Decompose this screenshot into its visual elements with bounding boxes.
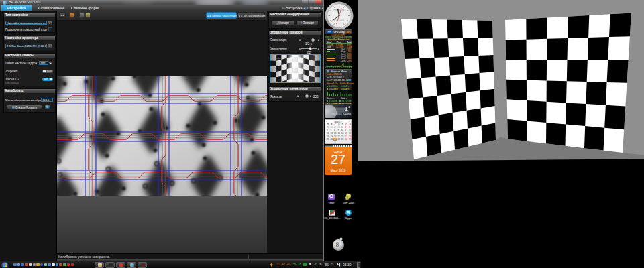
svg-text:Toupcam: Toupcam [272, 56, 282, 59]
svg-text:HomeWorld: HomeWorld [334, 9, 345, 11]
